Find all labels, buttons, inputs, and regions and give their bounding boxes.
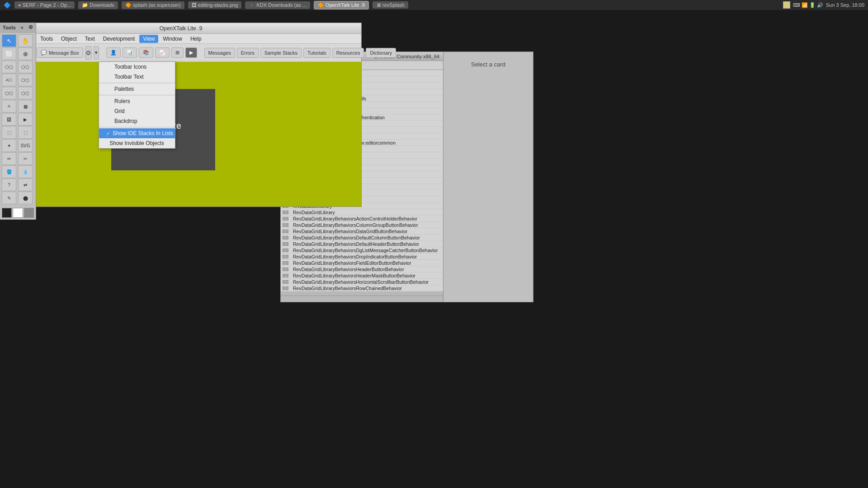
- tool-field[interactable]: ▦: [18, 100, 33, 113]
- system-bar: 🔷 ● SERF - Page 2 - Op... 📁 Downloads 🔶 …: [0, 0, 868, 10]
- stack-item-icon: [283, 217, 292, 221]
- tab-kdx[interactable]: 🔹 KDX Downloads (as ...: [245, 1, 310, 9]
- dropdown-toolbar-icons-label: Toolbar Icons: [114, 64, 146, 70]
- tool-misc2[interactable]: ⇄: [18, 178, 33, 191]
- tool-bucket[interactable]: 🪣: [2, 165, 16, 178]
- dropdown-sep-2: [99, 95, 175, 95]
- card-inspector: Select a card: [443, 52, 533, 302]
- message-box-btn[interactable]: 💬 Message Box: [37, 47, 83, 58]
- toolbar-grid-icon[interactable]: ⊞: [171, 47, 184, 58]
- tab-revsplash[interactable]: 🖥 revSplash: [373, 1, 408, 9]
- tab-openxtalk[interactable]: 🔶 OpenXTalk Lite .9: [314, 1, 369, 9]
- toolbar-cog-btn[interactable]: ⚙: [85, 46, 92, 60]
- tool-misc4[interactable]: ⬤: [18, 192, 33, 204]
- tool-shapes4[interactable]: ⬡⬡: [18, 74, 33, 86]
- menu-help[interactable]: Help: [187, 35, 205, 43]
- toolbar-person-icon[interactable]: 👤: [106, 47, 121, 58]
- window-title: OpenXTalk Lite .9: [160, 25, 203, 32]
- toolbar-sample-stacks-tab[interactable]: Sample Stacks: [260, 48, 302, 58]
- card-inspector-label: Select a card: [471, 61, 505, 68]
- canvas-area[interactable]: Talk Lite .9: [0, 62, 361, 206]
- tab-editing[interactable]: 🖼 editing-stacks.png: [188, 1, 242, 9]
- toolbar-messages-tab[interactable]: Messages: [204, 48, 235, 58]
- dropdown-toolbar-icons[interactable]: Toolbar Icons: [99, 62, 175, 72]
- tool-widget[interactable]: SVG: [18, 139, 33, 152]
- tools-settings-btn[interactable]: ⚙: [28, 24, 33, 30]
- stack-item-name: RevDataGridLibraryBehaviorsDgListMessage…: [293, 248, 438, 253]
- tool-hand[interactable]: ✋: [18, 34, 33, 47]
- tool-player[interactable]: ▶: [18, 113, 33, 126]
- stack-item-icon: [283, 261, 292, 265]
- dropdown-palettes[interactable]: Palettes: [99, 84, 175, 94]
- tool-misc1[interactable]: ?: [2, 178, 16, 191]
- stack-item-name: RevDataGridLibraryBehaviorsDataGridButto…: [293, 229, 407, 234]
- tool-pointer[interactable]: ↖: [2, 34, 16, 47]
- tool-shapes1[interactable]: ⬡⬡: [2, 61, 16, 73]
- color-gray[interactable]: [24, 208, 34, 218]
- toolbar-chart-icon[interactable]: 📈: [155, 47, 170, 58]
- tool-rect1[interactable]: ⬜: [2, 47, 16, 60]
- stack-item-name: RevDataGridLibraryBehaviorsHeaderButtonB…: [293, 267, 404, 272]
- stack-item-name: RevDataGridLibraryBehaviorsFieldEditorBu…: [293, 260, 411, 266]
- stack-item-icon: [283, 236, 292, 239]
- dropdown-backdrop[interactable]: Backdrop: [99, 116, 175, 126]
- color-black[interactable]: [2, 208, 12, 218]
- tool-graphic[interactable]: ✦: [2, 139, 16, 152]
- tool-pencil[interactable]: ✏: [2, 152, 16, 165]
- tab-serf[interactable]: ● SERF - Page 2 - Op...: [14, 1, 75, 9]
- dropdown-show-ide-stacks[interactable]: ✓ Show IDE Stacks In Lists: [99, 128, 175, 138]
- dropdown-backdrop-label: Backdrop: [114, 118, 137, 124]
- tool-shapes2[interactable]: ⬡⬡: [18, 61, 33, 73]
- stack-item-name: RevDataGridLibraryBehaviorsDropIndicator…: [293, 254, 417, 259]
- stack-item-name: RevDataGridLibraryBehaviorsHorizontalScr…: [293, 279, 429, 285]
- tab-splash[interactable]: 🔶 splash (as superuser): [122, 1, 184, 9]
- menubar: File Edit Tools Object Text Development …: [0, 34, 361, 44]
- tools-grid: ↖ ✋ ⬜ ⊕ ⬡⬡ ⬡⬡ A⬡ ⬡⬡ ⬡⬡ ⬡⬡ A ▦ 🖼 ▶ ⬚ ⬚ ✦ …: [0, 33, 36, 206]
- dropdown-toolbar-text[interactable]: Toolbar Text: [99, 72, 175, 82]
- dropdown-rulers[interactable]: Rulers: [99, 96, 175, 106]
- window-titlebar: OpenXTalk Lite .9: [0, 23, 361, 34]
- system-icon: 🔷: [4, 2, 11, 9]
- color-swatch: [783, 1, 790, 9]
- menu-window[interactable]: Window: [159, 35, 186, 43]
- tools-add-btn[interactable]: +: [21, 25, 24, 30]
- tool-label[interactable]: A: [2, 100, 16, 113]
- system-tray-icons: ⌨ 📶 🔋 🔊: [793, 2, 823, 8]
- dropdown-show-invisible[interactable]: Show Invisible Objects: [99, 138, 175, 148]
- tools-sidebar: Tools + ⚙ ↖ ✋ ⬜ ⊕ ⬡⬡ ⬡⬡ A⬡ ⬡⬡ ⬡⬡ ⬡⬡ A ▦ …: [0, 23, 36, 220]
- toolbar-arrow-btn[interactable]: ▼: [94, 46, 99, 60]
- toolbar-dictionary-tab[interactable]: Dictionary: [366, 48, 396, 58]
- tool-img[interactable]: 🖼: [2, 113, 16, 126]
- tool-btn2[interactable]: ⬚: [18, 126, 33, 139]
- menu-text[interactable]: Text: [81, 35, 99, 43]
- dropdown-palettes-label: Palettes: [114, 86, 134, 92]
- dropdown-show-ide-stacks-label: Show IDE Stacks In Lists: [113, 130, 173, 136]
- tool-eraser[interactable]: ✂: [18, 152, 33, 165]
- toolbar-graph-icon[interactable]: 📊: [123, 47, 137, 58]
- dropdown-toolbar-text-label: Toolbar Text: [114, 74, 143, 80]
- stack-item-name: RevDataGridLibraryBehaviorsActionControl…: [293, 216, 417, 221]
- toolbar-play-btn[interactable]: ▶: [185, 47, 197, 58]
- stack-item-name: RevDataGridLibraryBehaviorsColumnGroupBu…: [293, 222, 418, 228]
- tool-shapes6[interactable]: ⬡⬡: [18, 87, 33, 99]
- dropdown-grid[interactable]: Grid: [99, 106, 175, 116]
- tool-shapes3[interactable]: A⬡: [2, 74, 16, 86]
- menu-view[interactable]: View: [139, 35, 158, 43]
- view-menu-dropdown: Toolbar Icons Toolbar Text Palettes Rule…: [99, 61, 175, 149]
- tab-downloads[interactable]: 📁 Downloads: [78, 1, 118, 9]
- toolbar-tutorials-tab[interactable]: Tutorials: [303, 48, 330, 58]
- tool-spray[interactable]: 💧: [18, 165, 33, 178]
- toolbar-resources-tab[interactable]: Resources: [332, 48, 364, 58]
- color-white[interactable]: [13, 208, 23, 218]
- tool-misc3[interactable]: ✎: [2, 192, 16, 204]
- menu-tools[interactable]: Tools: [37, 35, 57, 43]
- main-window: OpenXTalk Lite .9 File Edit Tools Object…: [0, 23, 362, 207]
- check-show-ide-stacks: ✓: [106, 131, 110, 136]
- menu-object[interactable]: Object: [57, 35, 80, 43]
- tool-circle1[interactable]: ⊕: [18, 47, 33, 60]
- tool-btn1[interactable]: ⬚: [2, 126, 16, 139]
- toolbar-errors-tab[interactable]: Errors: [237, 48, 259, 58]
- toolbar-books-icon[interactable]: 📚: [139, 47, 153, 58]
- tool-shapes5[interactable]: ⬡⬡: [2, 87, 16, 99]
- menu-development[interactable]: Development: [99, 35, 139, 43]
